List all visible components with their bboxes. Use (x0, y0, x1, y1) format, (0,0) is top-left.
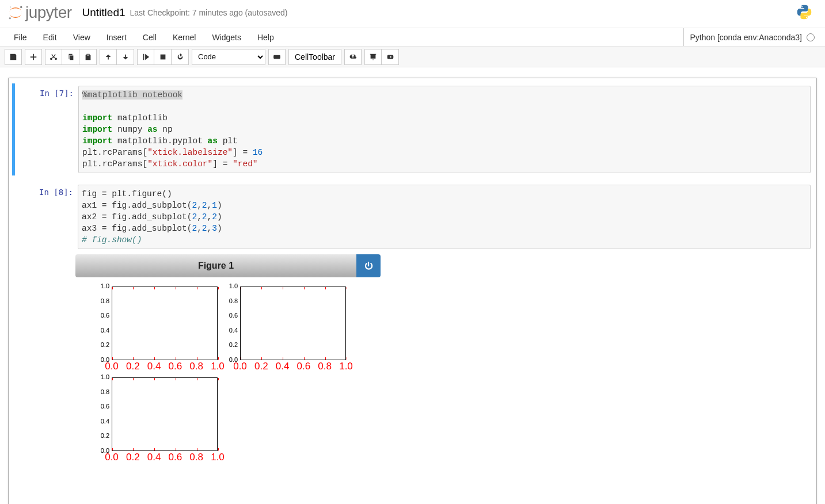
menu-edit[interactable]: Edit (35, 29, 65, 46)
present-button[interactable] (364, 49, 382, 65)
jupyter-logo-icon (7, 4, 24, 21)
figure-canvas[interactable]: 0.00.20.40.60.81.00.00.20.40.60.81.00.00… (75, 285, 381, 504)
subplot: 0.00.20.40.60.81.00.00.20.40.60.81.0 (240, 287, 346, 360)
kernel-indicator-area: Python [conda env:Anaconda3] (683, 28, 819, 46)
upload-button[interactable] (344, 49, 362, 65)
svg-rect-5 (160, 54, 165, 59)
command-palette-button[interactable] (268, 49, 286, 65)
menu-insert[interactable]: Insert (98, 29, 135, 46)
svg-rect-8 (276, 56, 277, 58)
move-up-button[interactable] (100, 49, 117, 65)
subplot: 0.00.20.40.60.81.00.00.20.40.60.81.0 (112, 287, 218, 360)
ytick-label: 0.2 (96, 432, 109, 439)
ytick-label: 1.0 (224, 282, 238, 289)
menu-widgets[interactable]: Widgets (204, 29, 249, 46)
svg-point-3 (801, 6, 803, 7)
svg-rect-9 (278, 56, 279, 58)
ytick-label: 0.2 (96, 341, 109, 348)
xtick-label: 0.4 (144, 452, 165, 463)
svg-point-2 (10, 6, 11, 7)
jupyter-logo-text: jupyter (25, 3, 72, 22)
ytick-label: 0.8 (96, 297, 109, 304)
xtick-label: 0.0 (101, 452, 122, 463)
ytick-label: 0.6 (96, 312, 109, 319)
ytick-label: 0.6 (96, 403, 109, 410)
xtick-label: 0.4 (272, 361, 293, 372)
add-cell-button[interactable] (25, 49, 42, 65)
checkpoint-text: Last Checkpoint: 7 minutes ago (autosave… (130, 8, 288, 17)
menu-view[interactable]: View (65, 29, 98, 46)
xtick-label: 0.2 (251, 361, 272, 372)
video-button[interactable] (382, 49, 399, 65)
copy-button[interactable] (62, 49, 79, 65)
ytick-label: 0.2 (224, 341, 238, 348)
cut-button[interactable] (45, 49, 62, 65)
xtick-label: 0.2 (123, 452, 143, 463)
run-button[interactable] (137, 49, 154, 65)
cell-type-select[interactable]: Code (192, 49, 265, 65)
notebook-name[interactable]: Untitled1 (82, 6, 126, 19)
kernel-name[interactable]: Python [conda env:Anaconda3] (690, 33, 802, 42)
input-prompt: In [8]: (14, 185, 78, 249)
move-down-button[interactable] (117, 49, 134, 65)
ytick-label: 0.4 (224, 327, 238, 334)
xtick-label: 0.2 (123, 361, 143, 372)
menubar: File Edit View Insert Cell Kernel Widget… (0, 28, 825, 47)
xtick-label: 0.8 (186, 452, 207, 463)
notebook-container: In [7]: %matplotlib notebook import matp… (0, 67, 825, 504)
paste-button[interactable] (79, 49, 97, 65)
jupyter-logo[interactable]: jupyter (5, 3, 72, 22)
xtick-label: 0.6 (293, 361, 314, 372)
menu-help[interactable]: Help (249, 29, 282, 46)
xtick-label: 0.0 (230, 361, 250, 372)
ytick-label: 0.6 (224, 312, 238, 319)
input-prompt: In [7]: (15, 86, 78, 173)
menu-cell[interactable]: Cell (135, 29, 165, 46)
kernel-status-idle-icon (807, 33, 815, 41)
figure-stop-button[interactable] (356, 254, 381, 277)
notebook-header: jupyter Untitled1 Last Checkpoint: 7 min… (0, 0, 825, 28)
save-button[interactable] (5, 49, 22, 65)
subplot: 0.00.20.40.60.81.00.00.20.40.60.81.0 (112, 377, 218, 451)
code-cell[interactable]: In [8]: fig = plt.figure() ax1 = fig.add… (12, 182, 813, 251)
menu-file[interactable]: File (6, 29, 35, 46)
xtick-label: 1.0 (336, 361, 356, 372)
xtick-label: 1.0 (207, 452, 228, 463)
code-input[interactable]: %matplotlib notebook import matplotlib i… (78, 86, 811, 173)
ytick-label: 0.8 (224, 297, 238, 304)
interrupt-button[interactable] (154, 49, 172, 65)
ytick-label: 1.0 (96, 373, 109, 380)
svg-point-4 (806, 17, 807, 18)
code-input[interactable]: fig = plt.figure() ax1 = fig.add_subplot… (78, 185, 811, 249)
xtick-label: 0.0 (101, 361, 122, 372)
ytick-label: 1.0 (96, 282, 109, 289)
xtick-label: 0.4 (144, 361, 165, 372)
svg-rect-7 (275, 56, 276, 58)
xtick-label: 0.6 (165, 452, 185, 463)
svg-point-1 (9, 17, 11, 19)
ytick-label: 0.4 (96, 418, 109, 425)
restart-button[interactable] (172, 49, 189, 65)
output-area: Figure 1 0.00.20.40.60.81.00.00.20.40.60… (75, 254, 813, 504)
code-cell[interactable]: In [7]: %matplotlib notebook import matp… (12, 83, 813, 175)
toolbar: Code CellToolbar (0, 47, 825, 67)
svg-point-0 (20, 6, 22, 8)
xtick-label: 0.8 (314, 361, 335, 372)
ytick-label: 0.4 (96, 327, 109, 334)
cell-toolbar-button[interactable]: CellToolbar (288, 49, 341, 65)
python-logo-icon (796, 4, 812, 22)
power-icon (363, 261, 374, 271)
xtick-label: 0.6 (165, 361, 185, 372)
figure-toolbar: Figure 1 (75, 254, 381, 277)
ytick-label: 0.8 (96, 388, 109, 395)
figure-title[interactable]: Figure 1 (75, 254, 356, 277)
menu-kernel[interactable]: Kernel (165, 29, 204, 46)
xtick-label: 0.8 (186, 361, 207, 372)
